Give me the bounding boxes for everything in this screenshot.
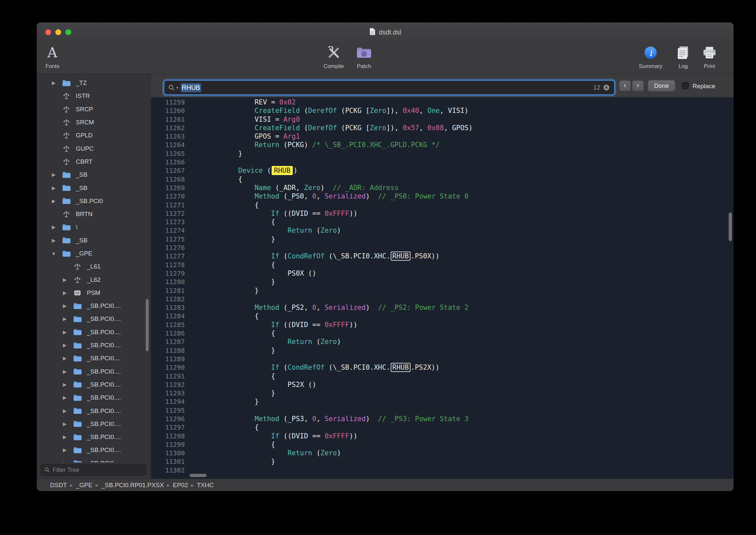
tree-item-label: SRCP bbox=[76, 106, 93, 113]
tree-item-_sb-pci0-[interactable]: ▶_SB.PCI0.... bbox=[37, 299, 150, 312]
tree-item-_sb[interactable]: ▶_SB bbox=[37, 234, 150, 247]
search-match: RHUB bbox=[391, 252, 411, 261]
find-previous-button[interactable]: ‹ bbox=[619, 80, 631, 91]
sidebar-scrollbar[interactable] bbox=[146, 299, 148, 351]
tree-item-_sb-pci0-[interactable]: ▶_SB.PCI0.... bbox=[37, 443, 150, 457]
disclosure-triangle[interactable]: ▶ bbox=[60, 421, 69, 427]
line-number: 11289 bbox=[151, 355, 185, 363]
code-text: { bbox=[185, 440, 275, 449]
tree-item-_sb-pci0[interactable]: ▶_SB.PCI0 bbox=[37, 195, 150, 208]
tree-item-srcp[interactable]: SRCP bbox=[37, 103, 150, 116]
tree-item-gpld[interactable]: GPLD bbox=[37, 129, 150, 142]
disclosure-triangle[interactable]: ▶ bbox=[60, 382, 69, 388]
breadcrumb-item[interactable]: TXHC bbox=[197, 482, 214, 489]
filter-field[interactable] bbox=[40, 464, 146, 476]
disclosure-triangle[interactable]: ▶ bbox=[60, 369, 69, 375]
code-text: } bbox=[185, 149, 242, 158]
search-menu-chevron-icon[interactable]: ▾ bbox=[176, 85, 178, 90]
patch-button[interactable]: Patch bbox=[344, 42, 384, 73]
search-field[interactable]: ▾ RHUB 12 bbox=[164, 80, 615, 95]
code-editor[interactable]: 11259 REV = 0x0211260 CreateField (Deref… bbox=[151, 97, 734, 479]
disclosure-triangle[interactable]: ▶ bbox=[60, 290, 69, 296]
tree-item-_sb[interactable]: ▶_SB bbox=[37, 168, 150, 181]
horizontal-scrollbar[interactable] bbox=[190, 474, 206, 477]
search-icon[interactable] bbox=[168, 84, 175, 91]
disclosure-triangle[interactable]: ▶ bbox=[60, 395, 69, 401]
fonts-button[interactable]: A Fonts bbox=[37, 42, 72, 73]
method-icon bbox=[61, 93, 72, 99]
tree-item-_sb-pci0-[interactable]: ▶_SB.PCI0.... bbox=[37, 352, 150, 365]
code-text: { bbox=[185, 201, 258, 209]
breadcrumb-item[interactable]: EP02 bbox=[173, 482, 188, 489]
tree-item-_sb-pci0-[interactable]: ▶_SB.PCI0.... bbox=[37, 431, 150, 443]
disclosure-triangle[interactable]: ▶ bbox=[60, 355, 69, 361]
tree-item-istr[interactable]: ISTR bbox=[37, 90, 150, 102]
tree-item-gupc[interactable]: GUPC bbox=[37, 142, 150, 155]
breadcrumb-item[interactable]: DSDT bbox=[50, 482, 67, 489]
tree-item-label: CBRT bbox=[76, 158, 93, 165]
code-line: 11281 } bbox=[151, 286, 734, 295]
tree-item-_sb-pci0-[interactable]: ▶_SB.PCI0.... bbox=[37, 404, 150, 417]
tree-item-_sb[interactable]: ▶_SB bbox=[37, 181, 150, 194]
tree-item-label: _SB.PCI0.... bbox=[87, 329, 121, 336]
tree-item-srcm[interactable]: SRCM bbox=[37, 116, 150, 129]
tree-item--[interactable]: ▶\ bbox=[37, 221, 150, 234]
tree-item-psm[interactable]: ▶PSM bbox=[37, 286, 150, 299]
disclosure-triangle[interactable]: ▶ bbox=[60, 408, 69, 414]
tree-item-_l61[interactable]: _L61 bbox=[37, 260, 150, 273]
tree-item-_sb-pci0-[interactable]: ▶_SB.PCI0.... bbox=[37, 417, 150, 431]
vertical-scrollbar[interactable] bbox=[729, 212, 732, 241]
tree-item-_sb-pci0-[interactable]: ▶_SB.PCI0.... bbox=[37, 326, 150, 339]
code-text: } bbox=[185, 278, 275, 286]
line-number: 11280 bbox=[151, 278, 185, 286]
breadcrumb-separator-icon: ▸ bbox=[70, 482, 73, 488]
tree-item-label: GPLD bbox=[76, 132, 93, 139]
disclosure-triangle[interactable]: ▶ bbox=[60, 434, 69, 440]
breadcrumb-item[interactable]: _SB.PCI0.RP01.PXSX bbox=[101, 482, 164, 489]
find-next-button[interactable]: › bbox=[632, 80, 644, 91]
disclosure-triangle[interactable]: ▶ bbox=[60, 447, 69, 453]
disclosure-triangle[interactable]: ▶ bbox=[60, 461, 69, 463]
line-number: 11285 bbox=[151, 321, 185, 329]
titlebar[interactable]: dsdt.dsl bbox=[37, 22, 734, 42]
tree-item-label: SRCM bbox=[76, 119, 94, 126]
breadcrumb-item[interactable]: _GPE bbox=[76, 482, 93, 489]
tree-item-_l62[interactable]: ▶_L62 bbox=[37, 273, 150, 286]
search-query: RHUB bbox=[181, 83, 202, 92]
tree-item-_sb-pci0-[interactable]: ▶_SB.PCI0.... bbox=[37, 457, 150, 463]
tree-item-_sb-pci0-[interactable]: ▶_SB.PCI0.... bbox=[37, 339, 150, 352]
folder-icon bbox=[61, 250, 72, 257]
tree-item-_sb-pci0-[interactable]: ▶_SB.PCI0.... bbox=[37, 312, 150, 325]
disclosure-triangle[interactable]: ▶ bbox=[60, 277, 69, 283]
patch-folder-gear-icon bbox=[356, 42, 372, 63]
tree-item-_gpe[interactable]: ▼_GPE bbox=[37, 247, 150, 260]
disclosure-triangle[interactable]: ▶ bbox=[60, 342, 69, 348]
line-number: 11283 bbox=[151, 303, 185, 312]
disclosure-triangle[interactable]: ▶ bbox=[60, 316, 69, 322]
tree-item-_sb-pci0-[interactable]: ▶_SB.PCI0.... bbox=[37, 378, 150, 391]
code-text: CreateField (DerefOf (PCKG [Zero]), 0x40… bbox=[185, 106, 469, 115]
filter-tree-input[interactable] bbox=[53, 467, 143, 473]
print-button[interactable]: Print bbox=[690, 42, 729, 73]
disclosure-triangle[interactable]: ▶ bbox=[49, 80, 58, 86]
disclosure-triangle[interactable]: ▶ bbox=[49, 185, 58, 191]
replace-checkbox[interactable] bbox=[682, 82, 688, 89]
tree-item-cbrt[interactable]: CBRT bbox=[37, 155, 150, 168]
tree-item-_sb-pci0-[interactable]: ▶_SB.PCI0.... bbox=[37, 365, 150, 378]
line-number: 11267 bbox=[151, 166, 185, 175]
disclosure-triangle[interactable]: ▶ bbox=[49, 238, 58, 243]
folder-icon bbox=[61, 172, 72, 178]
tree-item-_sb-pci0-[interactable]: ▶_SB.PCI0.... bbox=[37, 391, 150, 404]
code-text: { bbox=[185, 423, 258, 432]
disclosure-triangle[interactable]: ▶ bbox=[60, 303, 69, 309]
disclosure-triangle[interactable]: ▶ bbox=[49, 224, 58, 230]
line-number: 11269 bbox=[151, 183, 185, 192]
disclosure-triangle[interactable]: ▶ bbox=[49, 172, 58, 178]
clear-search-button[interactable] bbox=[603, 84, 610, 92]
tree-item-brtn[interactable]: BRTN bbox=[37, 208, 150, 221]
disclosure-triangle[interactable]: ▶ bbox=[60, 329, 69, 335]
tree-item-_tz[interactable]: ▶_TZ bbox=[37, 76, 150, 90]
done-button[interactable]: Done bbox=[648, 80, 675, 92]
disclosure-triangle[interactable]: ▼ bbox=[49, 251, 58, 256]
disclosure-triangle[interactable]: ▶ bbox=[49, 198, 58, 204]
